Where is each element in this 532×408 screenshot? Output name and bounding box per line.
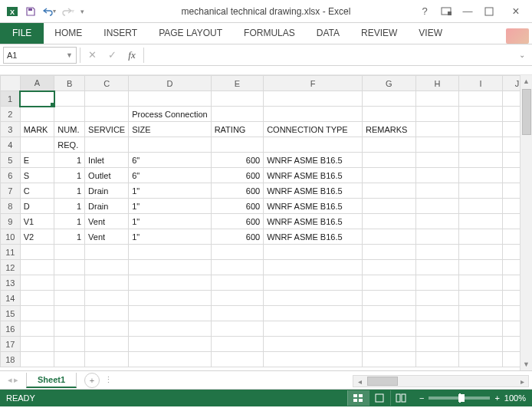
cell-B3[interactable]: NUM. (54, 122, 85, 137)
cell-B7[interactable]: 1 (54, 183, 85, 199)
col-header-D[interactable]: D (129, 76, 211, 91)
cell-I10[interactable] (459, 229, 502, 245)
cell-D15[interactable] (129, 306, 211, 321)
cell-I8[interactable] (459, 199, 502, 214)
sheet-nav[interactable]: ◂▸ (0, 375, 26, 385)
worksheet-grid[interactable]: ABCDEFGHIJ12Process Connection3MARKNUM.S… (0, 75, 532, 371)
tab-scroll-splitter[interactable]: ⋮ (100, 375, 117, 385)
cell-A1[interactable] (20, 91, 54, 107)
cell-E12[interactable] (211, 260, 264, 275)
col-header-G[interactable]: G (363, 76, 416, 91)
normal-view-icon[interactable] (347, 390, 369, 406)
cell-H16[interactable] (415, 321, 459, 337)
row-header-15[interactable]: 15 (1, 306, 21, 321)
cell-A9[interactable]: V1 (20, 214, 54, 229)
cell-A7[interactable]: C (20, 183, 54, 199)
cell-B12[interactable] (54, 260, 85, 275)
cell-G3[interactable]: REMARKS (363, 122, 416, 137)
col-header-E[interactable]: E (211, 76, 264, 91)
cell-D14[interactable] (129, 291, 211, 306)
cell-D12[interactable] (129, 260, 211, 275)
cell-G5[interactable] (363, 153, 416, 168)
cell-A14[interactable] (20, 291, 54, 306)
cell-I11[interactable] (459, 245, 502, 260)
cell-G9[interactable] (363, 214, 416, 229)
row-header-2[interactable]: 2 (1, 107, 21, 122)
cell-C10[interactable]: Vent (85, 229, 129, 245)
cell-H10[interactable] (415, 229, 459, 245)
cell-H15[interactable] (415, 306, 459, 321)
cell-F7[interactable]: WNRF ASME B16.5 (264, 183, 363, 199)
cell-D3[interactable]: SIZE (129, 122, 211, 137)
cell-E4[interactable] (211, 137, 264, 153)
cell-F1[interactable] (264, 91, 363, 107)
cell-D1[interactable] (129, 91, 211, 107)
cell-H8[interactable] (415, 199, 459, 214)
cell-H2[interactable] (415, 107, 459, 122)
cell-G12[interactable] (363, 260, 416, 275)
cell-B13[interactable] (54, 275, 85, 291)
col-header-B[interactable]: B (54, 76, 85, 91)
cell-F10[interactable]: WNRF ASME B16.5 (264, 229, 363, 245)
col-header-F[interactable]: F (264, 76, 363, 91)
cell-D13[interactable] (129, 275, 211, 291)
cell-E1[interactable] (211, 91, 264, 107)
row-header-9[interactable]: 9 (1, 214, 21, 229)
zoom-out-button[interactable]: − (419, 393, 424, 403)
cell-F17[interactable] (264, 337, 363, 352)
cell-G15[interactable] (363, 306, 416, 321)
cell-C16[interactable] (85, 321, 129, 337)
cell-G11[interactable] (363, 245, 416, 260)
sheet-tab-sheet1[interactable]: Sheet1 (26, 373, 77, 388)
cell-I15[interactable] (459, 306, 502, 321)
cell-E18[interactable] (211, 352, 264, 367)
cell-H11[interactable] (415, 245, 459, 260)
cell-I13[interactable] (459, 275, 502, 291)
cell-C8[interactable]: Drain (85, 199, 129, 214)
qat-customize-icon[interactable]: ▾ (77, 2, 87, 21)
close-button[interactable]: × (500, 1, 532, 22)
tab-insert[interactable]: INSERT (93, 22, 148, 44)
col-header-A[interactable]: A (20, 76, 54, 91)
cell-E11[interactable] (211, 245, 264, 260)
cell-I7[interactable] (459, 183, 502, 199)
row-header-13[interactable]: 13 (1, 275, 21, 291)
cell-D7[interactable]: 1" (129, 183, 211, 199)
add-sheet-button[interactable]: + (84, 373, 100, 388)
cell-A4[interactable] (20, 137, 54, 153)
cell-F15[interactable] (264, 306, 363, 321)
cell-C12[interactable] (85, 260, 129, 275)
cell-H5[interactable] (415, 153, 459, 168)
tab-review[interactable]: REVIEW (350, 22, 408, 44)
select-all-corner[interactable] (1, 76, 21, 91)
cell-I12[interactable] (459, 260, 502, 275)
cell-E16[interactable] (211, 321, 264, 337)
cell-G4[interactable] (363, 137, 416, 153)
cell-C18[interactable] (85, 352, 129, 367)
cell-C4[interactable] (85, 137, 129, 153)
cell-D18[interactable] (129, 352, 211, 367)
cell-A3[interactable]: MARK (20, 122, 54, 137)
cell-G16[interactable] (363, 321, 416, 337)
horizontal-scrollbar[interactable]: ◂▸ (353, 375, 529, 387)
cell-C14[interactable] (85, 291, 129, 306)
file-tab[interactable]: FILE (0, 22, 44, 44)
cell-C9[interactable]: Vent (85, 214, 129, 229)
cell-B10[interactable]: 1 (54, 229, 85, 245)
cell-D4[interactable] (129, 137, 211, 153)
hscroll-thumb[interactable] (367, 377, 398, 386)
row-header-8[interactable]: 8 (1, 199, 21, 214)
cell-G6[interactable] (363, 168, 416, 183)
cell-A2[interactable] (20, 107, 54, 122)
cell-H4[interactable] (415, 137, 459, 153)
cell-D8[interactable]: 1" (129, 199, 211, 214)
chevron-down-icon[interactable]: ▼ (66, 51, 73, 59)
excel-icon[interactable]: X (3, 2, 21, 21)
cell-F14[interactable] (264, 291, 363, 306)
cell-H7[interactable] (415, 183, 459, 199)
tab-home[interactable]: HOME (44, 22, 93, 44)
row-header-12[interactable]: 12 (1, 260, 21, 275)
cell-A6[interactable]: S (20, 168, 54, 183)
cell-F13[interactable] (264, 275, 363, 291)
cell-D10[interactable]: 1" (129, 229, 211, 245)
